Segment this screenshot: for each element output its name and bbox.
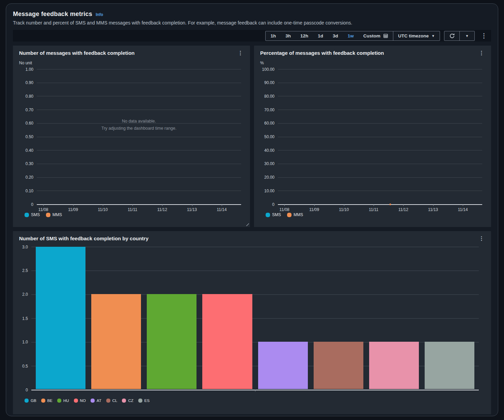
bar-be[interactable] (91, 294, 141, 389)
x-axis-line: 0 (37, 204, 241, 205)
time-range-3d[interactable]: 3d (328, 31, 343, 41)
x-axis-label: 11/09 (68, 207, 78, 212)
bar-hu[interactable] (147, 294, 196, 389)
x-axis-tick (344, 204, 344, 206)
time-range-12h[interactable]: 12h (296, 31, 313, 41)
legend-swatch (266, 213, 270, 217)
legend-label: SMS (272, 212, 281, 217)
x-axis-tick (162, 204, 162, 206)
panel-sms-by-country: Number of SMS with feedback completion b… (13, 231, 491, 414)
time-range-1h[interactable]: 1h (266, 31, 281, 41)
y-axis-label: 10.00 (264, 189, 274, 193)
x-axis-tick (314, 204, 315, 206)
caret-down-icon: ▼ (431, 34, 435, 38)
legend-item-no[interactable]: NO (74, 399, 86, 403)
legend-swatch (122, 399, 126, 403)
time-range-button-group: 1h3h12h1d3d1w Custom (265, 31, 393, 41)
refresh-button[interactable] (444, 31, 459, 41)
legend-item-sms[interactable]: SMS (25, 212, 40, 217)
bar-es[interactable] (425, 342, 474, 389)
page-title: Message feedback metrics (13, 11, 92, 18)
timezone-select-group: UTC timezone ▼ (393, 31, 440, 41)
y-axis-label: 2.0 (22, 292, 28, 297)
gridline: 60.00 (278, 123, 482, 124)
time-range-1d[interactable]: 1d (313, 31, 328, 41)
legend-swatch (41, 399, 45, 403)
panel-resize-handle[interactable] (245, 222, 249, 226)
gridline: 10.00 (278, 191, 482, 191)
y-axis-label: 1.5 (22, 316, 28, 321)
legend-label: MMS (52, 212, 62, 217)
time-range-3h[interactable]: 3h (281, 31, 296, 41)
legend-item-cl[interactable]: CL (106, 399, 117, 403)
legend-item-mms[interactable]: MMS (46, 212, 62, 217)
bar-at[interactable] (258, 342, 308, 389)
gridline: 0.80 (37, 96, 241, 96)
refresh-options-button[interactable]: ▼ (459, 31, 474, 41)
bar-cz[interactable] (369, 342, 419, 389)
legend-label: GB (31, 399, 36, 403)
legend-item-gb[interactable]: GB (25, 399, 36, 403)
legend-item-hu[interactable]: HU (57, 399, 69, 403)
legend-label: MMS (294, 212, 303, 217)
timezone-select[interactable]: UTC timezone ▼ (393, 31, 440, 41)
y-axis-label: 0 (31, 202, 33, 207)
bars-container (31, 247, 479, 389)
legend-swatch (57, 399, 61, 403)
legend-item-be[interactable]: BE (41, 399, 52, 403)
x-axis-label: 11/12 (398, 207, 408, 212)
gridline: 0.30 (37, 164, 241, 164)
y-axis-label: 30.00 (264, 161, 274, 166)
y-axis-label: 1.00 (26, 67, 33, 72)
time-range-1w[interactable]: 1w (343, 31, 359, 41)
header: Message feedback metrics Info (13, 11, 491, 18)
x-axis-line: 0 (278, 204, 482, 205)
x-axis-label: 11/10 (98, 207, 108, 212)
x-axis-label: 11/09 (309, 207, 319, 212)
line-chart-number: No unit 1.000.900.800.700.600.500.400.30… (13, 56, 250, 204)
toolbar-kebab-menu-icon[interactable]: ⋮ (479, 33, 489, 39)
x-axis-tick (463, 204, 463, 206)
x-axis-tick (43, 204, 44, 206)
y-axis-label: 0.5 (22, 364, 28, 369)
legend-label: ES (144, 399, 149, 403)
legend-item-cz[interactable]: CZ (122, 399, 133, 403)
legend-item-es[interactable]: ES (138, 399, 149, 403)
y-axis-label: 0.40 (26, 148, 33, 153)
y-axis-label: 80.00 (264, 94, 274, 99)
x-axis-tick (433, 204, 434, 206)
plot-area: 1.000.900.800.700.600.500.400.300.200.10… (37, 69, 241, 204)
x-axis-label: 11/11 (128, 207, 137, 212)
y-axis-label: 0 (272, 202, 274, 207)
legend-item-sms[interactable]: SMS (266, 212, 281, 217)
bar-gb[interactable] (36, 247, 85, 389)
y-axis-label: 0.50 (26, 134, 33, 139)
legend-swatch (46, 213, 50, 217)
x-axis-label: 11/14 (217, 207, 226, 212)
legend-swatch (287, 213, 292, 217)
y-axis-label: 2.5 (22, 268, 28, 273)
bar-chart-by-country: 3.02.52.01.51.00.50 (13, 241, 491, 390)
x-axis-label: 11/13 (428, 207, 438, 212)
bar-no[interactable] (202, 294, 252, 389)
gridline: 70.00 (278, 110, 482, 110)
custom-range-button[interactable]: Custom (359, 31, 393, 41)
panel-number-of-messages: Number of messages with feedback complet… (13, 46, 250, 227)
gridline: 0.70 (37, 110, 241, 110)
plot-area: 3.02.52.01.51.00.50 (31, 247, 479, 390)
info-link[interactable]: Info (96, 12, 103, 17)
refresh-button-group: ▼ (444, 31, 475, 41)
y-axis-label: 60.00 (264, 121, 274, 126)
x-axis-label: 11/08 (280, 207, 289, 212)
legend-item-mms[interactable]: MMS (287, 212, 303, 217)
bar-cl[interactable] (314, 342, 363, 389)
dashboard-card: Message feedback metrics Info Track numb… (6, 3, 498, 416)
panel-kebab-menu-icon[interactable]: ⋮ (478, 50, 485, 56)
gridline: 0.40 (37, 150, 241, 150)
panel-kebab-menu-icon[interactable]: ⋮ (237, 50, 244, 56)
legend-label: CZ (128, 399, 133, 403)
x-axis-tick (255, 390, 255, 391)
gridline: 20.00 (278, 177, 482, 178)
panel-kebab-menu-icon[interactable]: ⋮ (478, 236, 485, 241)
legend-item-at[interactable]: AT (91, 399, 101, 403)
